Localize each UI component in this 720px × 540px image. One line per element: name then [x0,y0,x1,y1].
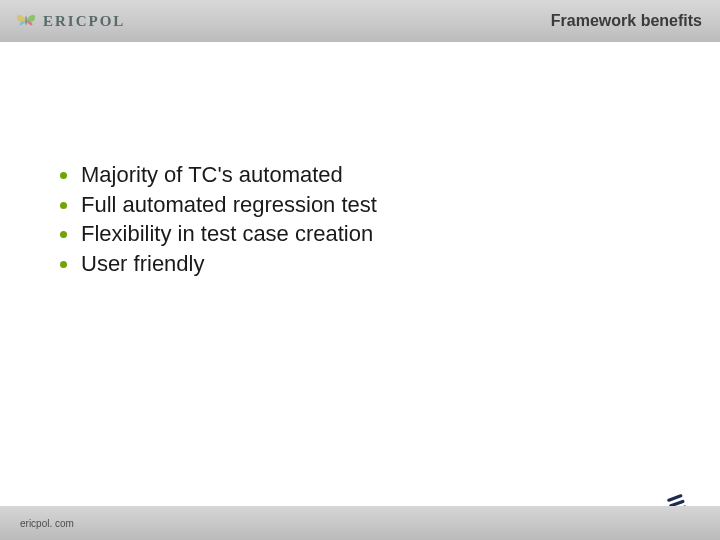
bullet-icon [60,202,67,209]
list-item: User friendly [60,249,377,279]
content-area: Majority of TC's automated Full automate… [60,160,377,279]
bullet-list: Majority of TC's automated Full automate… [60,160,377,279]
footer-bar: ericpol. com [0,506,720,540]
list-item-text: Majority of TC's automated [81,160,343,190]
slide-title: Framework benefits [551,12,702,30]
list-item-text: Full automated regression test [81,190,377,220]
list-item-text: User friendly [81,249,204,279]
bullet-icon [60,172,67,179]
list-item: Majority of TC's automated [60,160,377,190]
bullet-icon [60,231,67,238]
ericpol-logo: ERICPOL [14,12,125,30]
ericpol-logo-text: ERICPOL [43,13,125,30]
list-item-text: Flexibility in test case creation [81,219,373,249]
list-item: Full automated regression test [60,190,377,220]
list-item: Flexibility in test case creation [60,219,377,249]
butterfly-icon [15,12,37,30]
footer-url: ericpol. com [20,518,74,529]
bullet-icon [60,261,67,268]
header-bar: ERICPOL Framework benefits [0,0,720,42]
